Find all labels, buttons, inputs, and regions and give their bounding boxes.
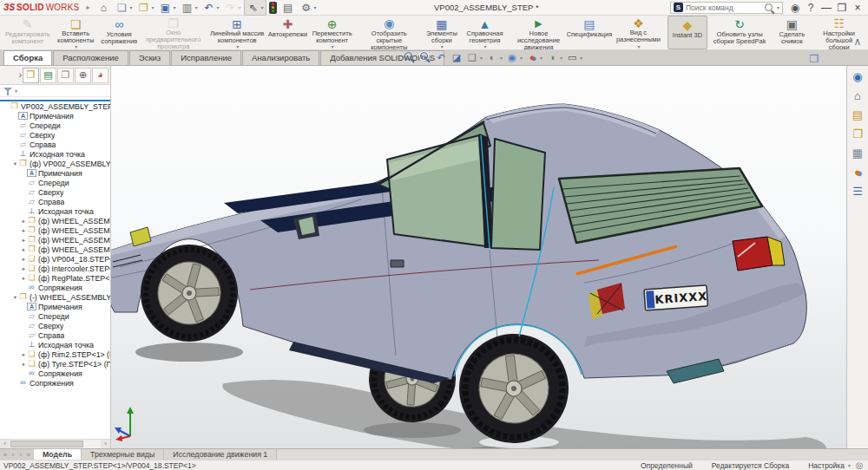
ribbon-button[interactable]: ✎ Редактировать компонент ▾ — [2, 16, 54, 49]
tree-row[interactable]: ▾ ❒ (-) WHEEL_ASSEMBLY_2_STEP.STE — [0, 292, 110, 302]
taillight-right[interactable] — [733, 237, 785, 271]
view-tool-button[interactable]: ◑▾ — [546, 51, 562, 63]
command-tab[interactable]: Анализировать — [242, 50, 319, 65]
window-control-icon[interactable]: ? — [804, 1, 818, 14]
search-scope-icon[interactable]: S — [674, 3, 683, 12]
tree-row[interactable]: ▱ Сверху — [0, 321, 110, 330]
view-tool-button[interactable]: ↶▾ — [435, 51, 447, 63]
command-tab[interactable]: Сборка — [3, 50, 52, 65]
tree-row[interactable]: ▱ Сверху — [0, 187, 110, 197]
view-tool-button[interactable]: ◪▾ — [450, 51, 463, 63]
graphics-viewport[interactable]: KRIXXX — [111, 66, 846, 448]
panel-tab[interactable]: ⊕ — [75, 68, 91, 83]
window-control-icon[interactable]: ❐ — [835, 1, 849, 14]
tree-row[interactable]: ▸ ❒ (ф) WHEEL_ASSEMBLY_2.STEP — [0, 225, 110, 235]
view-tool-button[interactable]: ◉▾ — [506, 51, 523, 63]
tree-row[interactable]: ⊥ Исходная точка — [0, 340, 110, 349]
task-pane-button[interactable]: ● — [850, 164, 866, 180]
quick-access-button[interactable]: ↷▾ — [222, 0, 243, 15]
task-pane-button[interactable]: ⌂ — [850, 88, 866, 103]
view-tool-button[interactable]: ◐▾ — [486, 51, 503, 63]
view-tool-button[interactable]: ❑▾ — [466, 51, 483, 63]
window-control-icon[interactable]: ◉ — [788, 1, 802, 14]
tree-filter[interactable]: ▾ — [0, 85, 110, 97]
expand-arrow-icon[interactable]: ▸ — [21, 246, 27, 253]
filter-caret-icon[interactable]: ▾ — [15, 88, 17, 94]
quick-access-button[interactable]: ⌂▾ — [95, 0, 112, 15]
ribbon-button[interactable]: ☷ Настройки большой сборки ▾ — [812, 16, 866, 49]
tree-row[interactable]: ⊥ Исходная точка — [0, 149, 110, 159]
menu-expand-icon[interactable]: ▸ — [86, 3, 89, 11]
expand-arrow-icon[interactable]: ▾ — [12, 160, 18, 167]
command-search[interactable]: S ▾ — [670, 2, 783, 14]
quick-access-button[interactable]: ❐▾ — [135, 0, 155, 15]
expand-arrow-icon[interactable]: ▸ — [21, 256, 27, 263]
task-pane-button[interactable]: ▤ — [850, 107, 866, 122]
ribbon-button[interactable]: ▦ Элементы сборки ▾ — [422, 16, 462, 49]
panel-expand-icon[interactable]: › — [19, 70, 22, 80]
view-tool-button[interactable]: ▾ — [404, 51, 416, 63]
tab-nav-icon[interactable]: › — [17, 451, 24, 459]
quick-access-button[interactable]: ▥▾ — [179, 0, 200, 15]
expand-arrow-icon[interactable]: ▸ — [21, 265, 27, 272]
tree-row[interactable]: ▱ Спереди — [0, 311, 110, 321]
tree-row[interactable]: ▱ Спереди — [0, 121, 110, 130]
ribbon-button[interactable]: ► Новое исследование движения ▾ — [508, 16, 569, 49]
model-tab[interactable]: Трехмерные виды — [82, 449, 164, 460]
panel-tab[interactable]: ◕ — [92, 68, 108, 83]
command-tab[interactable]: Эскиз — [129, 50, 170, 65]
ribbon-button[interactable]: ⊕ Переместить компонент ▾ — [308, 16, 357, 49]
tree-row[interactable]: ▸ ❏ (ф) Rim2.STEP<1> (По умол — [0, 349, 110, 359]
display-pane-icon[interactable]: ❐ — [807, 52, 821, 65]
scrollbar-thumb[interactable] — [10, 441, 83, 447]
ribbon-button[interactable]: ✚ Автокрепежи ▾ — [268, 16, 308, 49]
status-configuration[interactable]: Настройка ▾ ◎ — [808, 460, 865, 470]
tree-row[interactable]: ▱ Спереди — [0, 178, 110, 187]
expand-arrow-icon[interactable]: ▸ — [21, 218, 27, 225]
car-body[interactable]: KRIXXX — [111, 104, 806, 383]
tree-row[interactable]: ▱ Справа — [0, 330, 110, 340]
search-input[interactable] — [686, 3, 761, 12]
task-pane-button[interactable]: ☰ — [850, 183, 866, 199]
command-tab[interactable]: Расположение — [53, 50, 128, 65]
expand-arrow-icon[interactable]: ▸ — [21, 227, 27, 234]
tab-nav-icon[interactable]: ‹ — [10, 451, 16, 459]
panel-tab[interactable]: ❒ — [23, 68, 39, 83]
ribbon-button[interactable]: ∞ Условия сопряжения ▾ — [98, 16, 141, 49]
tree-row[interactable]: A Примечания — [0, 168, 110, 178]
quick-access-button[interactable]: ❏▾ — [113, 0, 134, 15]
status-tag-icon[interactable]: ◎ — [854, 460, 865, 470]
ribbon-button[interactable]: ▣ Сделать снимок ▾ — [772, 16, 812, 49]
panel-tab[interactable]: ❐ — [57, 68, 74, 83]
tab-nav-icon[interactable]: « — [2, 451, 9, 459]
expand-arrow-icon[interactable]: ▸ — [21, 351, 27, 358]
tree-row[interactable]: A Примечания — [0, 302, 110, 311]
tree-row[interactable]: ∞ Сопряжения — [0, 378, 110, 388]
quick-access-button[interactable]: ↶▾ — [201, 0, 221, 15]
tree-row[interactable]: ∞ Сопряжения — [0, 369, 110, 378]
quick-access-button[interactable]: ⇖▾ — [244, 0, 266, 16]
expand-arrow-icon[interactable]: ▸ — [21, 275, 27, 282]
scroll-right-icon[interactable]: › — [101, 440, 110, 448]
model-tab[interactable]: Исследование движения 1 — [164, 449, 277, 460]
tree-row[interactable]: ▸ ❏ (ф) VP004_18.STEP<1> (По ум — [0, 254, 110, 264]
task-pane-button[interactable]: ❐ — [850, 126, 866, 141]
tab-nav-icon[interactable]: » — [25, 451, 32, 459]
tree-row[interactable]: ∞ Сопряжения — [0, 283, 110, 292]
tree-row[interactable]: ▸ ❏ (ф) Tyre.STEP<1> (По умолч — [0, 359, 110, 369]
car-model-scene[interactable]: KRIXXX — [111, 66, 846, 448]
ribbon-button[interactable]: ❖ Вид с разнесенными частями ▾ — [609, 16, 667, 49]
quick-access-button[interactable]: ⚙▾ — [298, 0, 319, 15]
tree-row[interactable]: ⊥ Исходная точка — [0, 206, 110, 216]
ribbon-button[interactable]: ⊞ Линейный массив компонентов ▾ — [207, 16, 268, 49]
ribbon-button[interactable]: ❐ Окно предварительного просмотра компон… — [141, 16, 207, 49]
task-pane-button[interactable]: ▦ — [850, 145, 866, 160]
expand-arrow-icon[interactable]: ▸ — [21, 361, 27, 368]
expand-arrow-icon[interactable]: ▸ — [21, 237, 27, 244]
tree-row[interactable]: ▾ ❒ (ф) VP002_ASSEMBLY_STEP.STEP — [0, 159, 110, 168]
filter-icon[interactable] — [3, 87, 12, 95]
panel-tab[interactable]: ▤ — [40, 68, 56, 83]
tree-row[interactable]: ▸ ❒ (ф) WHEEL_ASSEMBLY_2.STEP — [0, 235, 110, 245]
tree-row[interactable]: A Примечания — [0, 111, 110, 121]
search-icon[interactable] — [764, 3, 774, 13]
